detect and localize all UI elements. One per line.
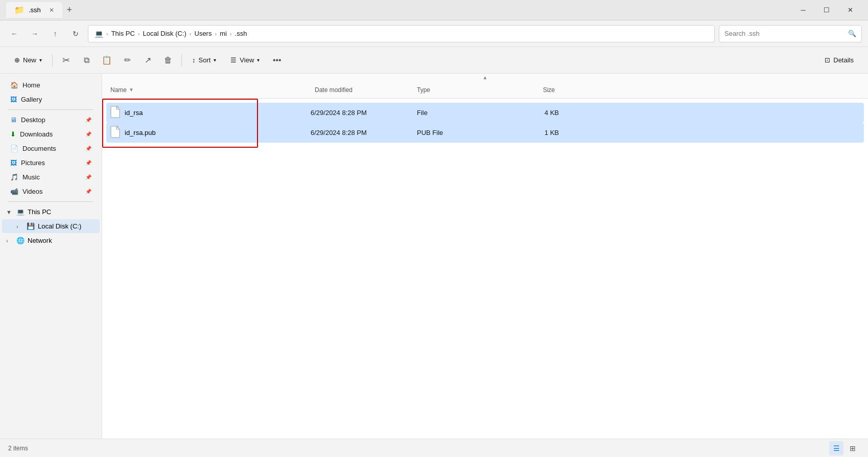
file-list: id_rsa 6/29/2024 8:28 PM File 4 KB [102, 99, 868, 439]
search-input[interactable] [724, 30, 844, 37]
header-type[interactable]: Type [417, 86, 494, 94]
file-name-text-id-rsa-pub: id_rsa.pub [125, 129, 156, 136]
sidebar-thispc-label: This PC [28, 208, 51, 216]
sidebar-item-pictures[interactable]: 🖼 Pictures 📌 [2, 156, 100, 170]
sidebar-localdisk-label: Local Disk (C:) [38, 222, 81, 230]
sidebar-downloads-label: Downloads [20, 130, 53, 138]
header-date[interactable]: Date modified [315, 86, 417, 94]
file-item-id-rsa[interactable]: id_rsa 6/29/2024 8:28 PM File 4 KB [106, 103, 864, 123]
new-button[interactable]: ⊕ New ▾ [8, 51, 48, 70]
file-type-id-rsa-pub: PUB File [417, 129, 494, 136]
breadcrumb-users[interactable]: Users [195, 30, 212, 37]
sidebar-gallery-label: Gallery [21, 96, 42, 103]
search-icon: 🔍 [848, 30, 856, 37]
file-icon-id-rsa-pub [110, 126, 121, 140]
tab-close-icon[interactable]: ✕ [49, 7, 54, 14]
header-size[interactable]: Size [494, 86, 555, 94]
sidebar-item-home[interactable]: 🏠 Home [2, 78, 100, 92]
up-button[interactable]: ↑ [47, 26, 63, 42]
share-button[interactable]: ↗ [138, 51, 157, 70]
documents-pin-icon: 📌 [85, 146, 91, 151]
pictures-pin-icon: 📌 [85, 160, 91, 166]
delete-button[interactable]: 🗑 [159, 51, 177, 70]
documents-icon: 📄 [10, 145, 18, 152]
scroll-up-indicator[interactable]: ▲ [102, 74, 868, 81]
breadcrumb-ssh[interactable]: .ssh [235, 30, 247, 37]
sort-icon: ↕ [192, 56, 196, 64]
desktop-pin-icon: 📌 [85, 117, 91, 123]
view-button[interactable]: ☰ View ▾ [224, 51, 266, 70]
sidebar-pictures-label: Pictures [21, 159, 45, 167]
sidebar-divider-2 [8, 201, 93, 202]
cut-button[interactable]: ✂ [57, 51, 75, 70]
back-button[interactable]: ← [6, 26, 22, 42]
file-date-id-rsa: 6/29/2024 8:28 PM [311, 109, 413, 117]
breadcrumb-mi[interactable]: mi [220, 30, 227, 37]
tab-title: .ssh [29, 6, 41, 14]
file-name-text-id-rsa: id_rsa [125, 109, 143, 117]
toolbar: ⊕ New ▾ ✂ ⧉ 📋 ✏ ↗ 🗑 ↕ Sort ▾ ☰ View ▾ ••… [0, 47, 868, 74]
network-icon: 🌐 [16, 237, 25, 244]
localdisk-icon: 💾 [27, 222, 35, 230]
sidebar-item-this-pc[interactable]: ▼ 💻 This PC [2, 205, 100, 219]
sidebar-item-videos[interactable]: 📹 Videos 📌 [2, 185, 100, 198]
grid-view-button[interactable]: ⊞ [846, 441, 860, 455]
file-item-id-rsa-pub[interactable]: id_rsa.pub 6/29/2024 8:28 PM PUB File 1 … [106, 123, 864, 143]
toolbar-separator-1 [52, 54, 53, 66]
statusbar: 2 items ☰ ⊞ [0, 439, 868, 457]
details-icon: ⊡ [825, 56, 830, 64]
list-view-button[interactable]: ☰ [829, 441, 843, 455]
view-label: View [240, 56, 254, 64]
home-icon: 🏠 [10, 81, 18, 89]
sidebar: 🏠 Home 🖼 Gallery 🖥 Desktop 📌 ⬇ Downloads… [0, 74, 102, 439]
main-content: 🏠 Home 🖼 Gallery 🖥 Desktop 📌 ⬇ Downloads… [0, 74, 868, 439]
forward-button[interactable]: → [27, 26, 43, 42]
breadcrumb[interactable]: 💻 › This PC › Local Disk (C:) › Users › … [88, 25, 715, 42]
paste-button[interactable]: 📋 [98, 51, 116, 70]
header-name[interactable]: Name ▼ [110, 86, 315, 94]
downloads-icon: ⬇ [10, 130, 16, 138]
refresh-button[interactable]: ↻ [67, 26, 84, 42]
window-controls: ─ ☐ ✕ [791, 0, 862, 20]
close-button[interactable]: ✕ [838, 0, 862, 20]
file-area: ▲ Name ▼ Date modified Type Size [102, 74, 868, 439]
thispc-expand-icon: ▼ [6, 209, 13, 215]
breadcrumb-this-pc[interactable]: This PC [111, 30, 135, 37]
pictures-icon: 🖼 [10, 159, 17, 167]
music-icon: 🎵 [10, 173, 18, 181]
downloads-pin-icon: 📌 [85, 131, 91, 137]
sidebar-item-gallery[interactable]: 🖼 Gallery [2, 93, 100, 106]
sort-button[interactable]: ↕ Sort ▾ [186, 51, 222, 70]
file-name-id-rsa: id_rsa [110, 106, 307, 120]
sidebar-home-label: Home [22, 81, 40, 89]
details-button[interactable]: ⊡ Details [818, 51, 860, 70]
minimize-button[interactable]: ─ [791, 0, 815, 20]
sidebar-music-label: Music [22, 173, 40, 181]
file-name-id-rsa-pub: id_rsa.pub [110, 126, 307, 140]
view-chevron-icon: ▾ [257, 57, 260, 63]
breadcrumb-local-disk[interactable]: Local Disk (C:) [143, 30, 186, 37]
maximize-button[interactable]: ☐ [815, 0, 838, 20]
more-button[interactable]: ••• [268, 51, 286, 70]
search-box[interactable]: 🔍 [719, 25, 862, 42]
localdisk-expand-icon: › [16, 223, 24, 230]
addressbar: ← → ↑ ↻ 💻 › This PC › Local Disk (C:) › … [0, 20, 868, 47]
new-icon: ⊕ [14, 56, 20, 64]
sidebar-item-documents[interactable]: 📄 Documents 📌 [2, 142, 100, 155]
sidebar-item-downloads[interactable]: ⬇ Downloads 📌 [2, 127, 100, 141]
sidebar-item-music[interactable]: 🎵 Music 📌 [2, 170, 100, 184]
copy-button[interactable]: ⧉ [77, 51, 96, 70]
view-toggle-group: ☰ ⊞ [829, 441, 860, 455]
new-tab-button[interactable]: + [62, 3, 77, 17]
new-chevron-icon: ▾ [39, 57, 42, 63]
desktop-icon: 🖥 [10, 116, 17, 124]
header-date-label: Date modified [315, 86, 353, 94]
sort-chevron-icon: ▾ [214, 57, 216, 63]
sidebar-item-local-disk[interactable]: › 💾 Local Disk (C:) [2, 219, 100, 233]
name-sort-icon: ▼ [129, 87, 134, 93]
sidebar-item-network[interactable]: › 🌐 Network [2, 234, 100, 247]
sidebar-item-desktop[interactable]: 🖥 Desktop 📌 [2, 113, 100, 127]
header-type-label: Type [417, 86, 430, 94]
rename-button[interactable]: ✏ [118, 51, 136, 70]
active-tab[interactable]: 📁 .ssh ✕ [6, 2, 62, 18]
